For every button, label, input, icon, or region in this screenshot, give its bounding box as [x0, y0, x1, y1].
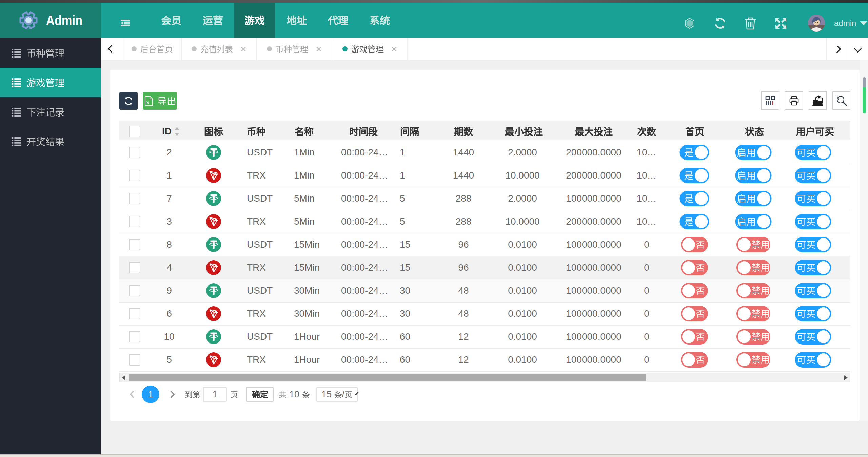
svg-text:x: x — [146, 100, 149, 105]
